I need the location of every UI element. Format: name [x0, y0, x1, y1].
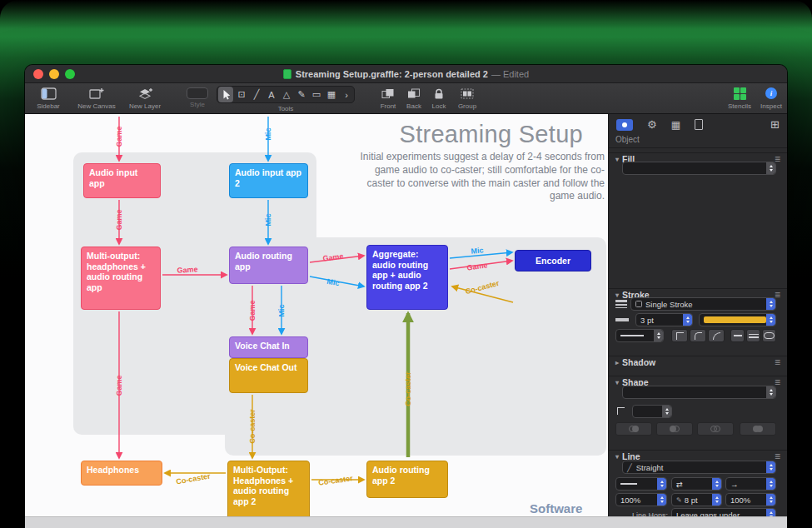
edge-label-mic[interactable]: Mic — [277, 304, 286, 316]
node-sublabel: audio routing app + audio routing app 2 — [372, 260, 442, 291]
corner-radius-icon — [617, 407, 625, 415]
canvas-inspector-tab[interactable]: ▦ — [671, 119, 680, 131]
style-well[interactable] — [187, 87, 208, 99]
line-type-dropdown[interactable]: ╱ Straight — [622, 461, 776, 474]
section-menu-icon[interactable]: ≡ — [775, 356, 780, 368]
edge-label-mic[interactable]: Mic — [264, 213, 272, 226]
line-end-scale-stepper[interactable]: 100% — [725, 493, 776, 506]
stencils-label: Stencils — [728, 102, 751, 110]
panel-layout-button[interactable]: ⊞ — [770, 118, 780, 131]
node-multi-output-1[interactable]: Multi-output: headphones + audio routing… — [81, 247, 161, 310]
node-voice-chat-in[interactable]: Voice Chat In — [229, 336, 308, 358]
stepper-cap[interactable] — [766, 162, 775, 174]
more-tools-button[interactable]: › — [339, 86, 354, 103]
corner-radius-stepper[interactable] — [632, 405, 672, 418]
fill-type-dropdown[interactable] — [622, 162, 776, 175]
text-tool-icon: A — [268, 90, 274, 100]
shape-intersect-button[interactable] — [656, 422, 693, 436]
stepper-cap[interactable] — [662, 406, 671, 417]
front-button[interactable]: Front — [375, 86, 401, 110]
new-layer-button[interactable]: New Layer — [123, 86, 167, 110]
stepper-cap[interactable] — [766, 461, 775, 473]
stroke-color-well[interactable] — [699, 313, 776, 326]
shape-select-tool[interactable]: ⊡ — [234, 86, 249, 103]
line-tool[interactable]: ╱ — [249, 86, 264, 103]
group-button[interactable]: Group — [451, 86, 483, 110]
line-start-scale-stepper[interactable]: 100% — [615, 493, 667, 506]
line-start-dropdown[interactable] — [615, 477, 667, 491]
zoom-button[interactable] — [65, 69, 75, 79]
line-size-stepper[interactable]: ✎ 8 pt — [671, 493, 722, 506]
object-inspector-tab[interactable] — [616, 119, 633, 131]
line-hops-dropdown[interactable]: Leave gaps under — [671, 508, 776, 516]
inspect-button[interactable]: i Inspect — [755, 86, 787, 110]
corner-sharp-button[interactable] — [671, 329, 688, 342]
stroke-style-dropdown[interactable] — [615, 329, 664, 342]
stepper-cap[interactable] — [712, 478, 721, 490]
stepper-cap[interactable] — [766, 494, 775, 506]
node-audio-input-app[interactable]: Audio input app — [83, 163, 161, 198]
back-button[interactable]: Back — [401, 86, 427, 110]
pen-tool[interactable]: ✎ — [294, 86, 309, 103]
stepper-cap[interactable] — [683, 314, 692, 326]
line-mid-dropdown[interactable]: ⇄ — [671, 477, 722, 491]
stroke-type-dropdown[interactable]: Single Stroke — [630, 297, 776, 311]
node-aggregate[interactable]: Aggregate: audio routing app + audio rou… — [366, 245, 448, 310]
stepper-cap[interactable] — [766, 509, 775, 516]
single-stroke-checkbox[interactable] — [635, 301, 642, 307]
stepper-cap[interactable] — [766, 314, 775, 326]
node-headphones[interactable]: Headphones — [81, 461, 162, 486]
canvas[interactable]: Streaming Setup Initial experiments sugg… — [25, 114, 608, 516]
node-audio-routing-app[interactable]: Audio routing app — [229, 247, 308, 284]
lock-button[interactable]: Lock — [426, 86, 452, 110]
close-button[interactable] — [33, 69, 43, 79]
node-audio-routing-app-2[interactable]: Audio routing app 2 — [366, 461, 448, 498]
stepper-cap[interactable] — [657, 478, 666, 490]
style-button[interactable]: Style — [182, 86, 213, 108]
pointer-tool[interactable] — [218, 87, 233, 102]
sidebar-button[interactable]: Sidebar — [32, 86, 65, 110]
stepper-cap[interactable] — [766, 298, 775, 310]
settings-tab[interactable]: ⚙ — [647, 118, 657, 131]
edge-label-cocaster[interactable]: Co-caster — [248, 409, 257, 444]
stepper-cap[interactable] — [766, 478, 775, 490]
shape-subtract-button[interactable] — [697, 422, 734, 436]
shape-type-dropdown[interactable] — [622, 386, 776, 399]
edge-label-game[interactable]: Game — [248, 300, 257, 321]
stepper-cap[interactable] — [766, 386, 775, 398]
edge-label-game[interactable]: Game — [115, 375, 123, 396]
titlebar[interactable]: Streaming Setup.graffle: 2-person detail… — [25, 65, 787, 83]
new-canvas-button[interactable]: New Canvas — [73, 86, 120, 110]
stepper-cap[interactable] — [712, 494, 721, 506]
node-voice-chat-out[interactable]: Voice Chat Out — [229, 358, 308, 393]
document-inspector-tab[interactable] — [695, 119, 703, 130]
stencils-button[interactable]: Stencils — [723, 86, 756, 110]
stepper-cap[interactable] — [654, 330, 663, 341]
edge-label-game[interactable]: Game — [115, 126, 123, 147]
shape-exclude-button[interactable] — [740, 422, 776, 436]
edge-label-mic[interactable]: Mic — [471, 246, 484, 255]
section-menu-icon[interactable]: ≡ — [775, 451, 780, 462]
table-tool[interactable]: ▦ — [324, 86, 339, 103]
line-single-button[interactable] — [730, 329, 745, 342]
edge-label-game[interactable]: Game — [115, 209, 123, 230]
text-tool[interactable]: A — [264, 86, 279, 103]
corner-curved-button[interactable] — [708, 329, 725, 342]
edge-label-cocaster[interactable]: Co-caster — [404, 371, 412, 406]
edge-label-mic[interactable]: Mic — [264, 127, 272, 140]
node-multi-output-2[interactable]: Multi-Output: Headphones + audio routing… — [227, 461, 310, 516]
rounded-rect-button[interactable] — [762, 329, 776, 342]
artboard-tool[interactable]: ▭ — [309, 86, 324, 103]
shape-union-button[interactable] — [615, 422, 652, 436]
node-audio-input-app-2[interactable]: Audio input app 2 — [229, 163, 308, 198]
stepper-cap[interactable] — [657, 494, 666, 506]
shape-tool[interactable]: △ — [279, 86, 294, 103]
stroke-width-stepper[interactable]: 3 pt — [635, 313, 693, 326]
node-encoder[interactable]: Encoder — [515, 250, 591, 271]
edge-label-game[interactable]: Game — [177, 265, 198, 275]
line-double-button[interactable] — [746, 329, 760, 342]
corner-rounded-button[interactable] — [690, 329, 706, 342]
minimize-button[interactable] — [49, 69, 59, 79]
line-end-dropdown[interactable]: → — [725, 477, 776, 491]
shadow-section-header[interactable]: ▸ Shadow ≡ — [609, 356, 787, 368]
